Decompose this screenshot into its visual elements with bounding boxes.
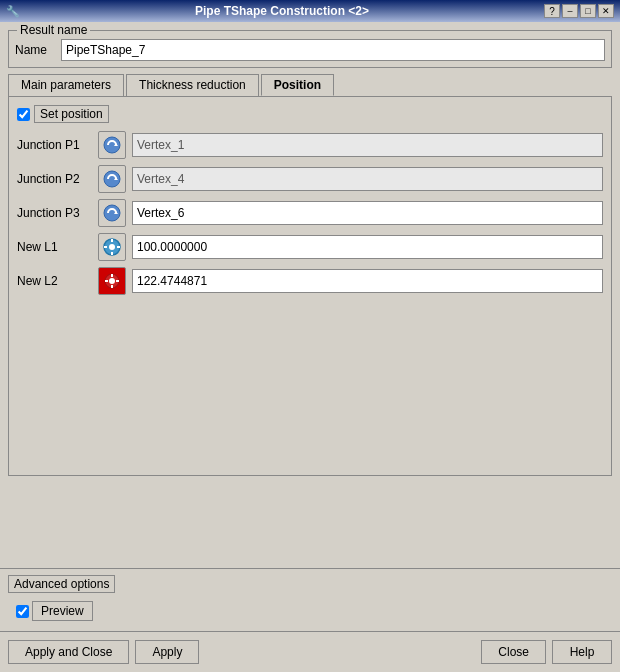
- close-button-bottom[interactable]: Close: [481, 640, 546, 664]
- minimize-button[interactable]: –: [562, 4, 578, 18]
- svg-point-7: [109, 244, 115, 250]
- preview-button[interactable]: Preview: [32, 601, 93, 621]
- new-l1-label: New L1: [17, 240, 92, 254]
- svg-point-4: [104, 205, 120, 221]
- close-button[interactable]: ✕: [598, 4, 614, 18]
- tab-thickness-reduction[interactable]: Thickness reduction: [126, 74, 259, 96]
- junction-p2-label: Junction P2: [17, 172, 92, 186]
- new-l2-label: New L2: [17, 274, 92, 288]
- set-position-label: Set position: [34, 105, 109, 123]
- apply-close-button[interactable]: Apply and Close: [8, 640, 129, 664]
- result-name-group: Result name Name: [8, 30, 612, 68]
- apply-button[interactable]: Apply: [135, 640, 199, 664]
- svg-point-0: [104, 137, 120, 153]
- result-name-label: Result name: [17, 23, 90, 37]
- arrow-refresh-icon-2: [102, 169, 122, 189]
- junction-p2-row: Junction P2: [17, 165, 603, 193]
- name-field-label: Name: [15, 43, 55, 57]
- junction-p3-icon-btn[interactable]: [98, 199, 126, 227]
- tab-main-parameters[interactable]: Main parameters: [8, 74, 124, 96]
- new-l2-row: New L2: [17, 267, 603, 295]
- junction-p1-input[interactable]: [132, 133, 603, 157]
- tab-position[interactable]: Position: [261, 74, 334, 96]
- advanced-options-label: Advanced options: [8, 575, 115, 593]
- title-bar-icon: 🔧: [6, 5, 20, 18]
- circle-red-icon: [102, 271, 122, 291]
- title-bar: 🔧 Pipe TShape Construction <2> ? – □ ✕: [0, 0, 620, 22]
- junction-p3-label: Junction P3: [17, 206, 92, 220]
- set-position-checkbox[interactable]: [17, 108, 30, 121]
- tab-bar: Main parameters Thickness reduction Posi…: [8, 74, 612, 96]
- svg-point-2: [104, 171, 120, 187]
- new-l2-input[interactable]: [132, 269, 603, 293]
- arrow-refresh-icon-3: [102, 203, 122, 223]
- name-input[interactable]: [61, 39, 605, 61]
- junction-p3-row: Junction P3: [17, 199, 603, 227]
- advanced-options-section: Advanced options Preview: [0, 568, 620, 631]
- junction-p1-icon-btn[interactable]: [98, 131, 126, 159]
- maximize-button[interactable]: □: [580, 4, 596, 18]
- tabs-section: Main parameters Thickness reduction Posi…: [8, 74, 612, 476]
- window-title: Pipe TShape Construction <2>: [20, 4, 544, 18]
- new-l1-input[interactable]: [132, 235, 603, 259]
- junction-p2-input[interactable]: [132, 167, 603, 191]
- arrow-refresh-icon: [102, 135, 122, 155]
- circle-blue-icon: [102, 237, 122, 257]
- bottom-buttons-bar: Apply and Close Apply Close Help: [0, 631, 620, 672]
- tab-content-position: Set position Junction P1: [8, 96, 612, 476]
- svg-point-13: [109, 278, 115, 284]
- junction-p3-input[interactable]: [132, 201, 603, 225]
- preview-checkbox[interactable]: [16, 605, 29, 618]
- preview-row: Preview: [8, 597, 612, 625]
- junction-p1-label: Junction P1: [17, 138, 92, 152]
- help-icon-btn[interactable]: ?: [544, 4, 560, 18]
- junction-p1-row: Junction P1: [17, 131, 603, 159]
- new-l1-row: New L1: [17, 233, 603, 261]
- junction-p2-icon-btn[interactable]: [98, 165, 126, 193]
- preview-checkbox-label[interactable]: Preview: [16, 601, 93, 621]
- set-position-row: Set position: [17, 105, 603, 123]
- new-l1-icon-btn[interactable]: [98, 233, 126, 261]
- new-l2-icon-btn[interactable]: [98, 267, 126, 295]
- set-position-checkbox-label[interactable]: [17, 108, 30, 121]
- help-button[interactable]: Help: [552, 640, 612, 664]
